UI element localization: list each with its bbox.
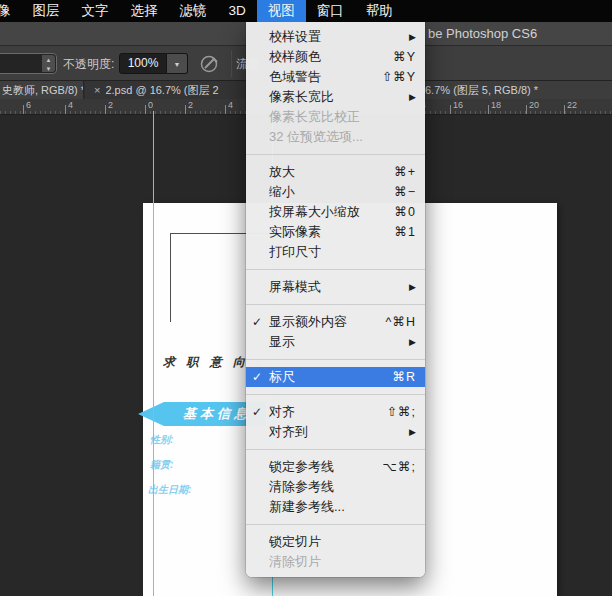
menu-item-label: 放大 [269,162,394,182]
ruler-label: 2 [188,100,193,110]
menu-item[interactable]: 屏幕模式▶ [246,277,425,297]
resume-field-label: 出生日期: [148,483,191,497]
menu-shortcut: ⌘R [392,367,416,387]
menu-item: 像素长宽比校正 [246,107,425,127]
checkmark-icon: ✓ [252,312,268,332]
ruler-tick [185,105,186,114]
menu-shortcut: ⌘− [394,182,416,202]
menu-shortcut: ⌘1 [395,222,416,242]
menu-item-label: 清除切片 [269,552,416,572]
checkmark-icon: ✓ [252,402,268,422]
menu-item-label: 色域警告 [269,67,382,87]
menu-item-label: 屏幕模式 [269,277,409,297]
menu-item[interactable]: ✓对齐⇧⌘; [246,402,425,422]
menu-separator [246,304,425,305]
menu-item[interactable]: 锁定切片 [246,532,425,552]
menu-shortcut: ⌘+ [394,162,416,182]
airbrush-icon[interactable] [199,54,221,74]
menu-item-label: 新建参考线... [269,497,416,517]
menu-separator [246,449,425,450]
menubar-item-5[interactable]: 滤镜 [169,0,218,22]
ruler-label: 22 [567,100,577,110]
menu-item-label: 校样颜色 [269,47,393,67]
submenu-arrow-icon: ▶ [409,27,416,47]
menu-separator [246,524,425,525]
menu-item-label: 实际像素 [269,222,395,242]
opacity-dropdown-arrow-icon[interactable]: ▼ [167,53,188,74]
menu-shortcut: ⇧⌘; [387,402,416,422]
menu-item[interactable]: 对齐到▶ [246,422,425,442]
ruler-label: 2 [108,100,113,110]
ruler-label: 4 [68,100,73,110]
ruler-tick [526,105,527,114]
menu-item: 清除切片 [246,552,425,572]
ruler-tick [105,105,106,114]
menu-item[interactable]: 像素长宽比▶ [246,87,425,107]
ruler-tick [23,105,24,114]
menu-shortcut: ⌘Y [393,47,416,67]
menu-item-label: 32 位预览选项... [269,127,416,147]
submenu-arrow-icon: ▶ [409,332,416,352]
document-tab-3[interactable]: 6.7% (图层 5, RGB/8) * [425,81,612,99]
menu-item-label: 对齐到 [269,422,409,442]
menu-item[interactable]: 色域警告⇧⌘Y [246,67,425,87]
menu-item[interactable]: 新建参考线... [246,497,425,517]
menu-item[interactable]: 锁定参考线⌥⌘; [246,457,425,477]
stepper-arrows-icon: ▲▼ [42,55,55,72]
menu-separator [246,269,425,270]
menu-item[interactable]: ✓标尺⌘R [246,367,425,387]
menu-item[interactable]: 显示▶ [246,332,425,352]
opacity-value-input[interactable]: 100% [119,53,167,74]
ruler-label: 18 [491,100,501,110]
menubar-item-3[interactable]: 文字 [71,0,120,22]
submenu-arrow-icon: ▶ [409,87,416,107]
menu-shortcut: ^⌘H [386,312,416,332]
menu-item[interactable]: 校样设置▶ [246,27,425,47]
menubar-item-6[interactable]: 3D [218,0,257,22]
tab-label: 2.psd @ 16.7% (图层 2 [105,84,218,96]
menu-item-label: 像素长宽比校正 [269,107,416,127]
tab-close-icon[interactable]: × [94,84,100,96]
menu-item[interactable]: 校样颜色⌘Y [246,47,425,67]
menu-item[interactable]: 打印尺寸 [246,242,425,262]
ruler-tick [145,105,146,114]
menu-item: 32 位预览选项... [246,127,425,147]
tab-label: 6.7% (图层 5, RGB/8) * [425,84,538,96]
options-separator [231,50,232,77]
menu-separator [246,359,425,360]
ruler-label: 0 [148,100,153,110]
checkmark-icon: ✓ [252,367,268,387]
menu-item[interactable]: ✓显示额外内容^⌘H [246,312,425,332]
menu-separator [246,394,425,395]
menubar-item-8[interactable]: 窗口 [306,0,355,22]
menu-item[interactable]: 实际像素⌘1 [246,222,425,242]
menubar-item-2[interactable]: 图层 [22,0,71,22]
ruler-label: 6 [26,100,31,110]
document-tab-1[interactable]: 史教师, RGB/8) * [0,81,84,99]
ruler-tick [488,105,489,114]
menu-item-label: 缩小 [269,182,394,202]
menu-item-label: 清除参考线 [269,477,416,497]
ruler-tick [225,105,226,114]
menubar-item-7[interactable]: 视图 [257,0,306,22]
blend-mode-select[interactable]: ▲▼ [0,53,57,74]
menubar-item-4[interactable]: 选择 [120,0,169,22]
menubar-item-1[interactable]: 像 [0,0,22,22]
guide-line-1[interactable] [153,111,154,596]
menu-item[interactable]: 缩小⌘− [246,182,425,202]
menu-item[interactable]: 放大⌘+ [246,162,425,182]
menu-shortcut: ⇧⌘Y [382,67,416,87]
submenu-arrow-icon: ▶ [409,277,416,297]
window-title: be Photoshop CS6 [428,26,537,41]
menu-item-label: 显示 [269,332,409,352]
menu-shortcut: ⌥⌘; [383,457,416,477]
menu-item-label: 按屏幕大小缩放 [269,202,395,222]
opacity-label: 不透明度: [63,56,114,73]
menu-item[interactable]: 清除参考线 [246,477,425,497]
menu-item[interactable]: 按屏幕大小缩放⌘0 [246,202,425,222]
menu-separator [246,154,425,155]
tab-label: 史教师, RGB/8) * [2,84,84,96]
ruler-tick [564,105,565,114]
menubar-item-9[interactable]: 帮助 [355,0,404,22]
menu-bar: 像图层文字选择滤镜3D视图窗口帮助 [0,0,612,22]
